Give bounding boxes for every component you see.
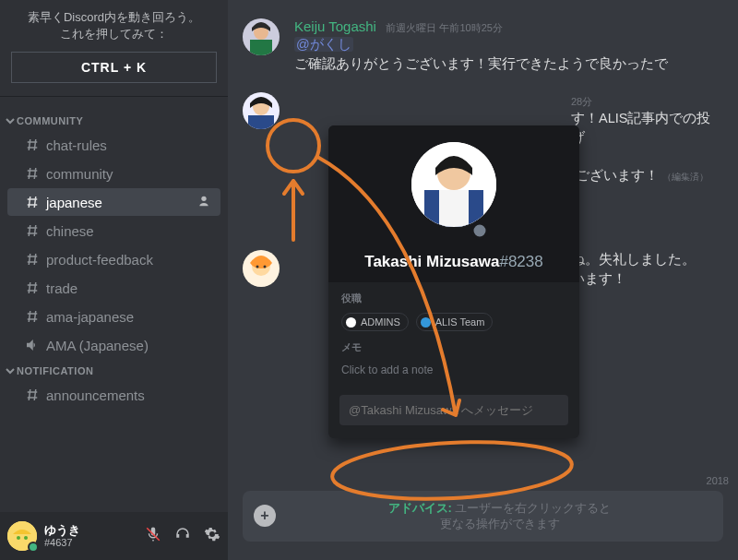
hash-icon — [24, 251, 41, 268]
composer-tip: アドバイス: ユーザーを右クリックすると 更なる操作ができます — [287, 500, 712, 532]
channel-category[interactable]: NOTIFICATION — [0, 360, 228, 380]
note-input[interactable]: Click to add a note — [341, 362, 566, 386]
hash-icon — [24, 222, 41, 239]
channel-name: product-feedback — [46, 252, 153, 268]
svg-rect-10 — [248, 115, 274, 129]
channel-name: chat-rules — [46, 137, 107, 153]
quick-switcher: 素早くDiscord内を動き回ろう。 これを押してみて： CTRL + K — [0, 0, 228, 97]
svg-point-0 — [201, 197, 206, 201]
role-name: ALIS Team — [435, 316, 485, 328]
channel-name: chinese — [46, 223, 94, 239]
add-member-icon[interactable] — [198, 194, 213, 211]
popout-username: Takashi Mizusawa — [364, 253, 499, 270]
channel-item[interactable]: chinese — [7, 217, 220, 244]
status-indicator — [28, 542, 39, 553]
channel-item[interactable]: japanese — [7, 188, 220, 216]
deafen-icon[interactable] — [174, 526, 191, 546]
svg-point-3 — [24, 536, 28, 540]
svg-point-19 — [472, 223, 487, 238]
hash-icon — [24, 280, 41, 296]
quick-switch-text-2: これを押してみて： — [11, 26, 217, 42]
channel-item[interactable]: AMA (Japanese) — [7, 331, 220, 359]
svg-point-14 — [264, 266, 267, 268]
author-avatar[interactable] — [243, 18, 280, 55]
date-divider: 2018 — [707, 475, 729, 486]
message-timestamp: 前週火曜日 午前10時25分 — [386, 22, 503, 33]
channel-sidebar: 素早くDiscord内を動き回ろう。 これを押してみて： CTRL + K CO… — [0, 0, 228, 560]
settings-icon[interactable] — [204, 526, 220, 546]
channel-item[interactable]: trade — [7, 274, 220, 302]
role-chip[interactable]: ADMINS — [341, 313, 409, 331]
channel-category[interactable]: COMMUNITY — [0, 110, 228, 130]
channel-name: japanese — [46, 195, 102, 210]
message-composer[interactable]: + アドバイス: ユーザーを右クリックすると 更なる操作ができます — [243, 491, 723, 542]
user-popout: Takashi Mizusawa#8238 役職 ADMINSALIS Team… — [328, 125, 579, 438]
channel-name: AMA (Japanese) — [46, 338, 149, 353]
svg-point-13 — [256, 266, 259, 268]
svg-rect-17 — [439, 190, 469, 227]
role-name: ADMINS — [361, 316, 400, 328]
channel-name: community — [46, 166, 113, 182]
channel-item[interactable]: ama-japanese — [7, 303, 220, 330]
note-label: メモ — [341, 340, 566, 354]
roles-label: 役職 — [341, 292, 566, 305]
role-chip[interactable]: ALIS Team — [416, 313, 494, 331]
edited-tag: （編集済） — [662, 172, 708, 182]
mute-icon[interactable] — [145, 526, 161, 546]
svg-point-2 — [17, 536, 20, 540]
popout-discriminator: #8238 — [499, 253, 542, 270]
hash-icon — [24, 137, 41, 153]
author-avatar[interactable] — [243, 92, 280, 129]
message-content: @がくしご確認ありがとうございます！実行できたようで良かったで — [294, 35, 723, 74]
user-panel: ゆうき #4637 — [0, 512, 228, 560]
channel-name: trade — [46, 280, 77, 296]
quick-switch-text-1: 素早くDiscord内を動き回ろう。 — [11, 9, 217, 26]
channel-name: announcements — [46, 387, 145, 403]
svg-rect-7 — [250, 40, 272, 55]
role-color-dot — [421, 317, 431, 328]
roles-list: ADMINSALIS Team — [341, 313, 566, 331]
popout-avatar[interactable] — [411, 142, 496, 227]
channel-item[interactable]: chat-rules — [7, 131, 220, 159]
author-avatar[interactable] — [243, 250, 280, 287]
channel-name: ama-japanese — [46, 309, 134, 325]
self-discriminator: #4637 — [44, 537, 80, 548]
channel-item[interactable]: announcements — [7, 381, 220, 409]
hash-icon — [24, 165, 41, 182]
channel-item[interactable]: community — [7, 160, 220, 187]
hash-icon — [24, 194, 41, 210]
attach-icon[interactable]: + — [254, 505, 276, 527]
role-color-dot — [346, 317, 356, 328]
author-name[interactable]: Keiju Togashi — [294, 18, 376, 34]
channel-item[interactable]: product-feedback — [7, 245, 220, 273]
mention[interactable]: @がくし — [294, 37, 353, 52]
channel-list: COMMUNITYchat-rulescommunityjapanesechin… — [0, 97, 228, 512]
dm-input[interactable] — [339, 395, 568, 425]
hash-icon — [24, 387, 41, 403]
speaker-icon — [24, 337, 41, 353]
self-username: ゆうき — [44, 524, 80, 537]
self-avatar[interactable] — [7, 521, 37, 551]
quick-switch-button[interactable]: CTRL + K — [11, 52, 217, 83]
message: Keiju Togashi 前週火曜日 午前10時25分 @がくしご確認ありがと… — [228, 17, 738, 90]
message-timestamp: 28分 — [571, 96, 592, 107]
hash-icon — [24, 308, 41, 325]
